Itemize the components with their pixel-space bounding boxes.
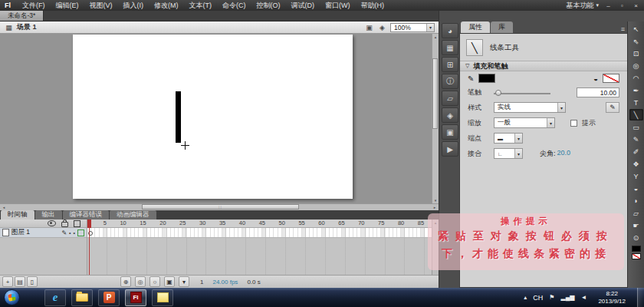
sticky-notes-taskbar-button[interactable]	[152, 289, 173, 306]
properties-tab[interactable]: 属性	[461, 21, 490, 33]
show-hide-all-layers-icon[interactable]	[48, 220, 56, 226]
eraser-tool[interactable]: ▱	[629, 207, 643, 219]
subselection-tool[interactable]: ⇖	[629, 35, 643, 47]
hint-checkbox[interactable]	[570, 120, 577, 127]
edit-stroke-style-button[interactable]: ✎	[606, 102, 619, 113]
3d-rotation-tool[interactable]: ◎	[629, 60, 643, 71]
internet-explorer-taskbar-button[interactable]: e	[44, 289, 66, 306]
panel-tab[interactable]: 时间轴	[1, 210, 34, 220]
new-layer-button[interactable]: +	[2, 276, 13, 287]
text-tool[interactable]: T	[629, 97, 643, 108]
timeline-vertical-scrollbar[interactable]: ▴	[432, 220, 439, 275]
timeline-empty-area[interactable]	[87, 238, 432, 275]
scroll-up-icon[interactable]: ▴	[432, 220, 439, 226]
info-panel-icon[interactable]: ⓘ	[442, 74, 458, 89]
panel-tab[interactable]: 动画编辑器	[110, 210, 156, 220]
bone-tool[interactable]: Y	[629, 170, 643, 182]
miter-value[interactable]: 20.0	[557, 149, 571, 159]
outline-all-layers-icon[interactable]	[74, 220, 80, 227]
layer-frames[interactable]	[87, 228, 432, 238]
onion-skin-outline-button[interactable]: ○	[150, 276, 160, 287]
fill-color-swatch[interactable]	[603, 74, 619, 83]
center-frame-button[interactable]: ⊕	[120, 276, 131, 287]
document-tab[interactable]: 未命名-3*	[0, 11, 44, 21]
layer-row[interactable]: 图层 1 ✎ • •	[0, 228, 87, 238]
paint-bucket-tool[interactable]: ◒	[629, 183, 643, 194]
pen-tool[interactable]: ✒	[629, 84, 643, 96]
fill-stroke-section-header[interactable]: ▽ 填充和笔触	[460, 61, 627, 71]
layer-outline-color[interactable]	[77, 229, 84, 236]
edit-scene-button[interactable]: ▣	[364, 23, 374, 32]
layer-name[interactable]: 图层 1	[12, 228, 59, 237]
minimize-button[interactable]: –	[604, 2, 613, 9]
scroll-right-icon[interactable]: ▸	[432, 204, 438, 210]
scrollbar-thumb[interactable]	[432, 58, 438, 129]
stroke-color-swatch[interactable]	[478, 74, 495, 83]
deco-tool[interactable]: ❖	[629, 158, 643, 170]
action-center-icon[interactable]: ⚑	[549, 294, 554, 301]
menu-item[interactable]: 控制(O)	[251, 1, 286, 11]
line-tool[interactable]: ╲	[629, 109, 643, 120]
menu-item[interactable]: 修改(M)	[149, 1, 184, 11]
canvas-vertical-scrollbar[interactable]: ▴ ▾	[432, 34, 439, 203]
color-panel-icon[interactable]: ◕	[442, 23, 458, 38]
hidden-icons-button[interactable]: ▴	[524, 294, 527, 301]
cap-select[interactable]: ▬ ▾	[494, 133, 523, 144]
toolbar-stroke-color-swatch[interactable]	[632, 246, 641, 252]
scroll-left-icon[interactable]: ◂	[1, 204, 7, 210]
stroke-width-slider[interactable]	[494, 88, 550, 97]
maximize-button[interactable]: ▫	[618, 2, 626, 9]
canvas-horizontal-scrollbar[interactable]: ◂ ⁞⁞ ▸	[0, 203, 439, 210]
scroll-down-icon[interactable]: ▾	[432, 197, 439, 203]
menu-item[interactable]: 文件(F)	[17, 1, 51, 11]
onion-skin-button[interactable]: ◎	[135, 276, 146, 287]
code-snippets-panel-icon[interactable]: ◈	[442, 107, 458, 123]
volume-icon[interactable]: ◄	[580, 294, 586, 301]
workspace-switcher[interactable]: 基本功能 ▾	[566, 1, 599, 11]
language-indicator[interactable]: CH	[533, 294, 543, 302]
swatches-panel-icon[interactable]: ▦	[442, 40, 458, 55]
brush-tool[interactable]: ✐	[629, 146, 643, 157]
frame-rate-value[interactable]: 24.00 fps	[212, 279, 238, 286]
zoom-tool[interactable]: ⊙	[629, 232, 643, 243]
modify-markers-button[interactable]: ▾	[179, 276, 189, 287]
toolbar-fill-color-swatch[interactable]	[632, 253, 641, 259]
panel-tab[interactable]: 编译器错误	[63, 210, 110, 220]
menu-item[interactable]: 帮助(H)	[356, 1, 390, 11]
scale-select[interactable]: 一般 ▾	[494, 117, 555, 128]
powerpoint-taskbar-button[interactable]: P	[98, 289, 120, 306]
stage[interactable]	[73, 35, 353, 199]
eyedropper-tool[interactable]: ◗	[629, 195, 643, 206]
lock-all-layers-icon[interactable]	[61, 222, 68, 227]
stroke-style-select[interactable]: 实线 ▾	[494, 102, 566, 113]
motion-presets-panel-icon[interactable]: ▶	[442, 141, 458, 157]
new-folder-button[interactable]: ▤	[15, 276, 25, 287]
menu-item[interactable]: 文本(T)	[184, 1, 218, 11]
edit-multiple-frames-button[interactable]: ▣	[164, 276, 175, 287]
menu-item[interactable]: 命令(C)	[217, 1, 251, 11]
scroll-up-icon[interactable]: ▴	[432, 34, 439, 40]
frame-number-ruler[interactable]: 510152025303540455055606570758085	[87, 220, 432, 228]
menu-item[interactable]: 调试(D)	[286, 1, 320, 11]
close-button[interactable]: ×	[632, 2, 640, 9]
flash-taskbar-button[interactable]: Fl	[125, 289, 146, 306]
menu-item[interactable]: 视图(V)	[84, 1, 118, 11]
pencil-tool[interactable]: ✎	[629, 134, 643, 145]
file-explorer-taskbar-button[interactable]	[71, 289, 93, 306]
hand-tool[interactable]: ☛	[629, 220, 643, 231]
edit-symbol-button[interactable]: ◈	[377, 23, 387, 32]
lasso-tool[interactable]: ◠	[629, 72, 643, 84]
components-panel-icon[interactable]: ▣	[442, 124, 458, 140]
layer-lock-dot[interactable]: •	[74, 230, 75, 236]
menu-item[interactable]: 编辑(E)	[51, 1, 84, 11]
menu-item[interactable]: 窗口(W)	[320, 1, 356, 11]
align-panel-icon[interactable]: ⊞	[442, 57, 458, 72]
zoom-select[interactable]: 100% ▾	[390, 23, 435, 32]
menu-item[interactable]: 插入(I)	[118, 1, 150, 11]
show-desktop-button[interactable]	[637, 288, 644, 307]
selection-tool[interactable]: ↖	[629, 23, 643, 35]
free-transform-tool[interactable]: ⊡	[629, 48, 643, 59]
clock[interactable]: 8:22 2013/9/12	[593, 290, 631, 305]
stroke-width-field[interactable]: 10.00	[577, 87, 619, 97]
layer-visibility-dot[interactable]: •	[69, 230, 71, 236]
